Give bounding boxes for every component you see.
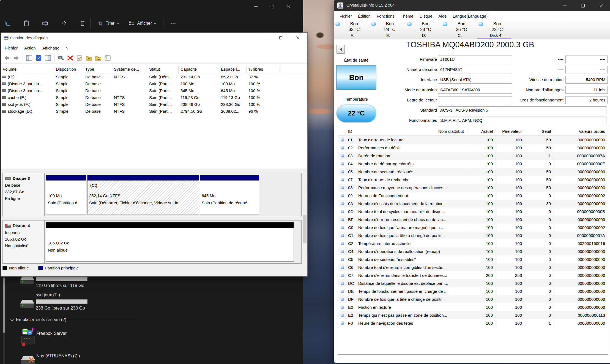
close-icon[interactable] — [592, 1, 610, 10]
minimize-icon[interactable] — [556, 1, 574, 10]
table-row[interactable]: stockage (D:) Simple De base NTFS Sain (… — [1, 108, 307, 115]
table-row[interactable]: C1 Nombre de fois que la tête a changé d… — [338, 231, 608, 239]
disk3-label[interactable]: Disque 3 De base 232,87 Go En ligne — [3, 173, 45, 216]
minimize-icon[interactable] — [255, 33, 272, 43]
see-more-icon[interactable] — [170, 20, 176, 26]
table-row[interactable]: DF Nombre de fois que la tête a changé d… — [338, 295, 608, 303]
table-row[interactable]: BF Nombre d'erreurs résultant de chocs o… — [338, 216, 608, 224]
close-icon[interactable] — [289, 33, 306, 43]
menu-item[interactable]: ? — [63, 46, 72, 50]
check-document-icon[interactable] — [76, 55, 83, 61]
column-header[interactable]: ID — [347, 127, 357, 136]
table-row[interactable]: E2 Temps qui n'est pas passé en zone de … — [338, 311, 608, 319]
table-row[interactable]: F0 Heure de navigation des têtes 100 100… — [338, 319, 608, 327]
table-row[interactable]: (C:) Simple De base NTFS Sain (Dém... 23… — [1, 73, 307, 80]
column-header[interactable]: Disposition — [54, 66, 83, 73]
column-header[interactable]: Actuel — [467, 127, 496, 136]
maximize-icon[interactable] — [272, 33, 289, 43]
partition-block[interactable]: 1863,02 Go Non alloué — [46, 222, 294, 262]
column-header[interactable] — [338, 127, 347, 136]
network-item-label[interactable]: Nas (\\TRUENAS) (Z:) — [36, 354, 80, 359]
minimize-icon[interactable] — [248, 2, 264, 12]
column-header[interactable]: Nom d'attribut — [357, 127, 467, 136]
disk-entry[interactable]: Bon 23 °C D: — [405, 21, 441, 38]
explorer-scrollbar[interactable] — [3, 277, 5, 364]
partition-block[interactable]: 645 Mo Sain (Partition de récupé — [200, 175, 259, 214]
table-row[interactable]: C7 Nombre d'erreurs dans le transfert de… — [338, 271, 608, 279]
action-pane-icon[interactable] — [45, 55, 51, 61]
table-row[interactable]: 0C Nombre total de cycles marche/arrêt d… — [338, 208, 608, 216]
back-icon[interactable] — [4, 55, 10, 61]
rename-icon[interactable] — [42, 20, 48, 27]
column-header[interactable]: Statut — [147, 66, 179, 73]
crystaldiskinfo-titlebar[interactable]: CrystalDiskInfo 8.15.2 x64 — [334, 0, 610, 11]
column-header[interactable]: Volume — [1, 66, 54, 73]
close-icon[interactable] — [281, 2, 297, 12]
disk-entry[interactable]: Bon 24 °C E: — [370, 21, 405, 38]
view-button[interactable]: Afficher — [128, 20, 157, 26]
menu-item[interactable]: Affichage — [39, 46, 63, 50]
column-header[interactable]: Système de... — [112, 66, 147, 73]
drive-name[interactable]: ssd jeux (F:) — [36, 293, 60, 297]
menu-item[interactable]: Fichier — [337, 14, 355, 18]
menu-item[interactable]: Action — [21, 46, 39, 50]
table-row[interactable]: C4 Nombre d'opérations de réallocation (… — [338, 247, 608, 255]
table-row[interactable]: cache (E:) Simple De base NTFS Sain (Par… — [1, 94, 307, 101]
menu-item[interactable]: Thème — [398, 14, 417, 18]
forward-icon[interactable] — [13, 55, 20, 61]
disk4-label[interactable]: Disque 4 Inconnu 1863,02 Go Non initiali… — [3, 220, 45, 263]
network-item-label[interactable]: Freebox Server — [36, 331, 67, 336]
menu-item[interactable]: Édition — [355, 14, 374, 18]
partition-block[interactable]: (C:) 232,14 Go NTFS Sain (Démarrer, Fich… — [87, 175, 199, 214]
paste-icon[interactable] — [23, 20, 30, 27]
table-row[interactable]: 07 Taux d'erreurs de recherche 100 100 5… — [338, 176, 608, 184]
table-row[interactable]: (Disque 3 partitio... Simple De base Sai… — [1, 80, 307, 87]
copy-icon[interactable] — [4, 20, 11, 27]
disk-entry[interactable]: Bon 33 °C F: — [334, 21, 370, 38]
table-row[interactable]: 04 Nombre de démarrages/arrêts 100 100 0… — [338, 160, 608, 168]
network-section-header[interactable]: Emplacements réseau (2) — [16, 317, 66, 322]
delete-icon[interactable] — [79, 20, 86, 27]
share-icon[interactable] — [61, 20, 67, 27]
maximize-icon[interactable] — [574, 1, 592, 10]
table-row[interactable]: C0 Nombre de fois que l'armature magnéti… — [338, 224, 608, 231]
menu-item[interactable]: Fonctions — [374, 14, 398, 18]
table-row[interactable]: 08 Performance moyenne des opérations d'… — [338, 184, 608, 192]
column-header[interactable]: Espace l... — [219, 66, 247, 73]
column-header[interactable]: Capacité — [179, 66, 219, 73]
table-row[interactable]: ssd jeux (F:) Simple De base NTFS Sain (… — [1, 101, 307, 108]
details-icon[interactable] — [58, 55, 64, 61]
menu-item[interactable]: Langue(Language) — [450, 14, 491, 18]
menu-item[interactable]: Fichier — [2, 46, 21, 50]
column-header[interactable]: % libres — [247, 66, 280, 73]
table-row[interactable]: C5 Nombre de secteurs "instables" 100 10… — [338, 255, 608, 263]
disk-management-scrollbar[interactable] — [303, 169, 307, 269]
menu-item[interactable]: Disque — [417, 14, 436, 18]
table-row[interactable]: 01 Taux d'erreurs de lecture 100 100 50 … — [338, 136, 608, 144]
folder-search-icon[interactable] — [95, 55, 102, 61]
disk-entry[interactable]: Bon 22 °C Disk 4 — [477, 21, 513, 38]
help-icon[interactable]: ? — [35, 55, 42, 61]
disk-entry[interactable]: Bon 36 °C C: — [441, 21, 477, 38]
column-header[interactable]: Valeurs brutes — [554, 127, 608, 136]
column-header[interactable]: Pire valeur — [496, 127, 525, 136]
table-row[interactable]: 03 Durée de rotation 100 100 1 000000000… — [338, 152, 608, 160]
table-row[interactable]: DE Temps de fonctionnement passé en char… — [338, 287, 608, 295]
sort-button[interactable]: Trier — [97, 20, 119, 26]
table-row[interactable]: 05 Nombre de secteurs réalloués 100 100 … — [338, 168, 608, 176]
table-row[interactable]: C2 Température interne actuelle. 100 100… — [338, 239, 608, 247]
disk-management-titlebar[interactable]: Gestion des disques — [1, 33, 307, 43]
table-row[interactable]: 0A Nombre d'essais de relancement de la … — [338, 200, 608, 208]
table-row[interactable]: C6 Nombre total d'erreurs incorrigibles … — [338, 263, 608, 271]
column-header[interactable] — [280, 66, 307, 73]
table-row[interactable]: DC Distance de laquelle le disque est dé… — [338, 279, 608, 287]
console-tree-icon[interactable] — [26, 55, 32, 61]
table-row[interactable]: E0 Friction en lecture 100 100 0 0000000… — [338, 303, 608, 311]
column-header[interactable]: Type — [83, 66, 112, 73]
properties-list-icon[interactable] — [104, 55, 111, 61]
table-row[interactable]: 09 Heures de Fonctionnement 100 100 0 00… — [338, 192, 608, 200]
table-row[interactable]: (Disque 3 partitio... Simple De base Sai… — [1, 87, 307, 94]
chevron-down-icon[interactable] — [10, 319, 14, 321]
maximize-icon[interactable] — [264, 2, 281, 12]
delete-volume-icon[interactable] — [67, 55, 73, 61]
